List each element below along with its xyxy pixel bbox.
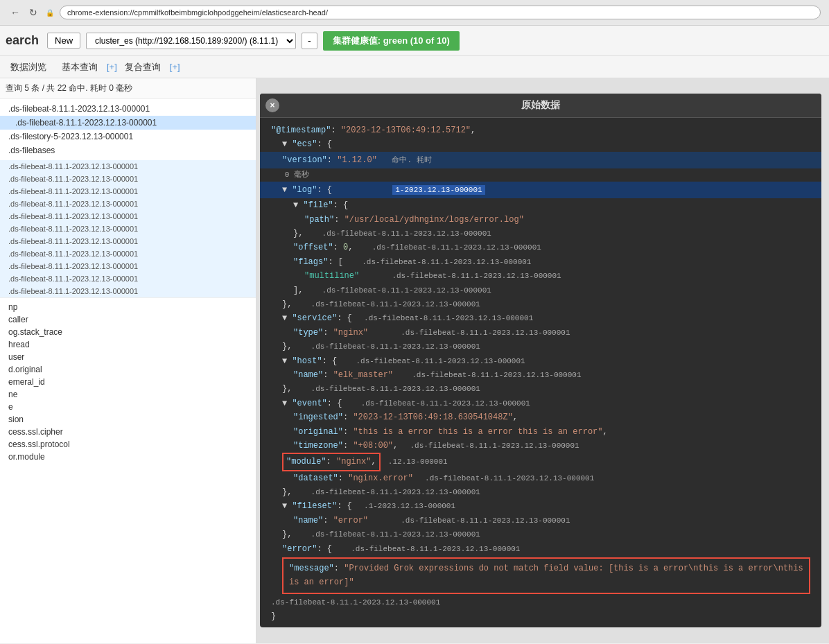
field-thread[interactable]: hread [0, 338, 256, 351]
json-line-ingested: "ingested": "2023-12-13T06:49:18.6305410… [271, 410, 810, 424]
nav-buttons: ← ↻ [8, 6, 40, 19]
scroll-item-4[interactable]: .ds-filebeat-8.11.1-2023.12.13-000001 [0, 198, 256, 210]
json-line-log: ▼ "log": { 1-2023.12.13-000001 [260, 182, 821, 198]
raw-data-modal: × 原始数据 "@timestamp": "2023-12-13T06:49:1… [260, 94, 821, 627]
json-line-ecs: ▼ "ecs": { [271, 137, 810, 151]
scroll-item-8[interactable]: .ds-filebeat-8.11.1-2023.12.13-000001 [0, 247, 256, 260]
field-ssl-cipher[interactable]: cess.ssl.cipher [0, 426, 256, 438]
json-line-final-close: } [271, 609, 810, 623]
json-line-fileset: ▼ "fileset": { .1-2023.12.13-000001 [271, 499, 810, 513]
json-line-service: ▼ "service": { .ds-filebeat-8.11.1-2023.… [271, 311, 810, 325]
index-item-4[interactable]: .ds-filebases [0, 143, 256, 157]
field-module[interactable]: or.module [0, 451, 256, 463]
json-line-version-highlight: "version": "1.12.0" 命中. 耗时 [260, 152, 821, 168]
json-line-offset: "offset": 0, .ds-filebeat-8.11.1-2023.12… [271, 241, 810, 254]
tab-basic-add[interactable]: [+] [107, 62, 117, 72]
app-title: earch [6, 33, 39, 48]
json-line-log-close: }, .ds-filebeat-8.11.1-2023.12.13-000001 [271, 297, 810, 311]
index-scroll-list: .ds-filebeat-8.11.1-2023.12.13-000001 .d… [0, 160, 256, 297]
json-line-host: ▼ "host": { .ds-filebeat-8.11.1-2023.12.… [271, 354, 810, 368]
modal-title: 原始数据 [521, 99, 560, 110]
json-line-timestamp: "@timestamp": "2023-12-13T06:49:12.5712"… [271, 123, 810, 137]
scroll-item-3[interactable]: .ds-filebeat-8.11.1-2023.12.13-000001 [0, 185, 256, 198]
json-line-error: "error": { .ds-filebeat-8.11.1-2023.12.1… [271, 542, 810, 556]
field-ne[interactable]: ne [0, 388, 256, 401]
tab-bar: 数据浏览 基本查询 [+] 复合查询 [+] [0, 56, 829, 78]
index-item-1[interactable]: .ds-filebeat-8.11.1-2023.12.13-000001 [0, 102, 256, 116]
tab-basic-query[interactable]: 基本查询 [54, 56, 105, 78]
browser-bar: ← ↻ 🔒 chrome-extension://cpmmilfkofbeimb… [0, 0, 829, 26]
modal-close-button[interactable]: × [265, 98, 279, 112]
json-line-path: "path": "/usr/local/ydhnginx/logs/error.… [271, 213, 810, 227]
field-section: np caller og.stack_trace hread user d.or… [0, 297, 256, 466]
json-line-flags-close: ], .ds-filebeat-8.11.1-2023.12.13-000001 [271, 284, 810, 297]
field-ephemeral[interactable]: emeral_id [0, 376, 256, 388]
scroll-item-9[interactable]: .ds-filebeat-8.11.1-2023.12.13-000001 [0, 260, 256, 272]
scroll-item-10[interactable]: .ds-filebeat-8.11.1-2023.12.13-000001 [0, 272, 256, 285]
field-stack[interactable]: og.stack_trace [0, 326, 256, 338]
minus-button[interactable]: - [302, 33, 317, 49]
json-line-bottom: .ds-filebeat-8.11.1-2023.12.13-000001 [271, 595, 810, 609]
address-bar[interactable]: chrome-extension://cpmmilfkofbeimbmgiclo… [60, 6, 821, 19]
json-line-service-close: }, .ds-filebeat-8.11.1-2023.12.13-000001 [271, 340, 810, 354]
json-line-timezone: "timezone": "+08:00", .ds-filebeat-8.11.… [271, 439, 810, 453]
modal-header: × 原始数据 [260, 94, 821, 118]
json-line-event: ▼ "event": { .ds-filebeat-8.11.1-2023.12… [271, 397, 810, 410]
json-line-flags: "flags": [ .ds-filebeat-8.11.1-2023.12.1… [271, 255, 810, 269]
tab-complex-query[interactable]: 复合查询 [117, 56, 168, 78]
cluster-select[interactable]: cluster_es (http://192.168.150.189:9200/… [86, 33, 296, 49]
json-line-event-close: }, .ds-filebeat-8.11.1-2023.12.13-000001 [271, 485, 810, 499]
field-ssl-protocol[interactable]: cess.ssl.protocol [0, 438, 256, 451]
scroll-item-6[interactable]: .ds-filebeat-8.11.1-2023.12.13-000001 [0, 223, 256, 235]
query-info: 查询 5 条 / 共 22 命中. 耗时 0 毫秒 [0, 78, 256, 99]
lock-icon: 🔒 [46, 9, 54, 17]
field-np[interactable]: np [0, 301, 256, 313]
json-line-original: "original": "this is a error this is a e… [271, 425, 810, 439]
back-button[interactable]: ← [8, 6, 22, 19]
json-line-file-close: }, .ds-filebeat-8.11.1-2023.12.13-000001 [271, 227, 810, 241]
health-badge: 集群健康值: green (10 of 10) [323, 31, 460, 51]
json-line-file: ▼ "file": { [271, 198, 810, 212]
field-sion[interactable]: sion [0, 413, 256, 426]
json-line-hostname: "name": "elk_master" .ds-filebeat-8.11.1… [271, 368, 810, 382]
sidebar: 查询 5 条 / 共 22 命中. 耗时 0 毫秒 .ds-filebeat-8… [0, 78, 256, 643]
index-item-2[interactable]: .ds-filebeat-8.11.1-2023.12.13-000001 [0, 116, 256, 130]
index-item-3[interactable]: .ds-filestory-5-2023.12.13-000001 [0, 130, 256, 143]
scroll-item-5[interactable]: .ds-filebeat-8.11.1-2023.12.13-000001 [0, 210, 256, 223]
modal-body[interactable]: "@timestamp": "2023-12-13T06:49:12.5712"… [260, 118, 821, 627]
scroll-item-11[interactable]: .ds-filebeat-8.11.1-2023.12.13-000001 [0, 285, 256, 297]
scroll-item-7[interactable]: .ds-filebeat-8.11.1-2023.12.13-000001 [0, 235, 256, 247]
json-line-fileset-name: "name": "error" .ds-filebeat-8.11.1-2023… [271, 514, 810, 528]
json-line-dataset: "dataset": "nginx.error" .ds-filebeat-8.… [271, 471, 810, 485]
json-line-error-message: "message": "Provided Grok expressions do… [271, 556, 810, 595]
field-user[interactable]: user [0, 351, 256, 363]
json-line-host-close: }, .ds-filebeat-8.11.1-2023.12.13-000001 [271, 382, 810, 396]
json-line-type: "type": "nginx" .ds-filebeat-8.11.1-2023… [271, 326, 810, 340]
scroll-item-1[interactable]: .ds-filebeat-8.11.1-2023.12.13-000001 [0, 160, 256, 173]
json-line-multiline: "multiline" .ds-filebeat-8.11.1-2023.12.… [271, 269, 810, 283]
url-text: chrome-extension://cpmmilfkofbeimbmgiclo… [67, 8, 328, 17]
scroll-item-2[interactable]: .ds-filebeat-8.11.1-2023.12.13-000001 [0, 173, 256, 185]
forward-button[interactable]: ↻ [26, 6, 40, 19]
new-button[interactable]: New [47, 33, 80, 49]
index-list: .ds-filebeat-8.11.1-2023.12.13-000001 .d… [0, 99, 256, 160]
json-line-query: 0 毫秒 [271, 168, 810, 182]
field-e[interactable]: e [0, 401, 256, 413]
tab-complex-add[interactable]: [+] [170, 62, 180, 72]
field-original[interactable]: d.original [0, 363, 256, 376]
tab-data-browse[interactable]: 数据浏览 [3, 56, 54, 78]
app-header: earch New cluster_es (http://192.168.150… [0, 26, 829, 56]
json-line-module: "module": "nginx", .12.13-000001 [271, 453, 810, 471]
json-line-fileset-close: }, .ds-filebeat-8.11.1-2023.12.13-000001 [271, 528, 810, 541]
field-caller[interactable]: caller [0, 313, 256, 326]
